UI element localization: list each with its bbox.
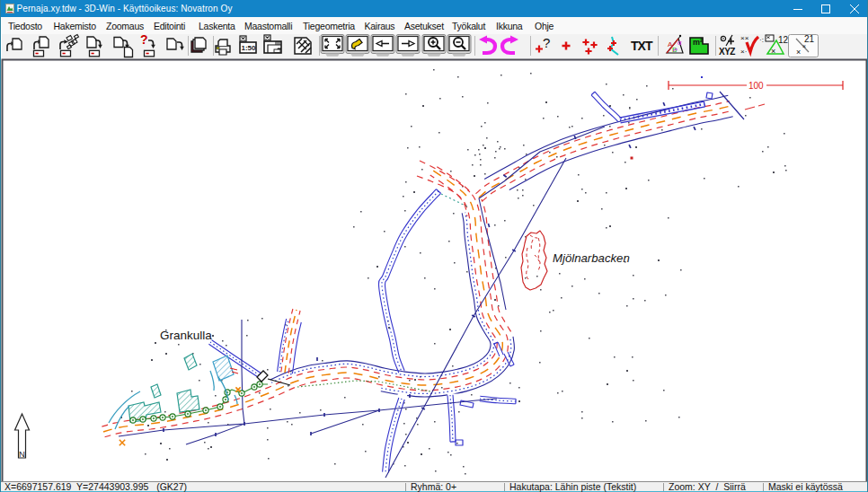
svg-text:?: ? [140, 32, 148, 47]
svg-text:100: 100 [748, 81, 764, 91]
svg-text:12: 12 [778, 35, 789, 45]
svg-text:N: N [19, 449, 25, 459]
svg-text:×: × [771, 47, 775, 56]
svg-text:·:: ·: [759, 36, 764, 44]
svg-text:×: × [802, 43, 806, 49]
svg-text:Mjölnarbacken: Mjölnarbacken [553, 251, 630, 265]
svg-text:×: × [796, 48, 801, 57]
svg-text:1:50: 1:50 [242, 44, 257, 52]
svg-text:?: ? [543, 35, 550, 50]
svg-text:TXT: TXT [631, 39, 653, 53]
svg-text:×·: ×· [740, 48, 747, 56]
svg-text:m²: m² [693, 38, 703, 47]
svg-text:××: ×× [740, 34, 749, 42]
svg-text:α: α [678, 39, 682, 47]
svg-text:Grankulla: Grankulla [160, 329, 212, 342]
svg-text:XYZ: XYZ [719, 47, 735, 57]
